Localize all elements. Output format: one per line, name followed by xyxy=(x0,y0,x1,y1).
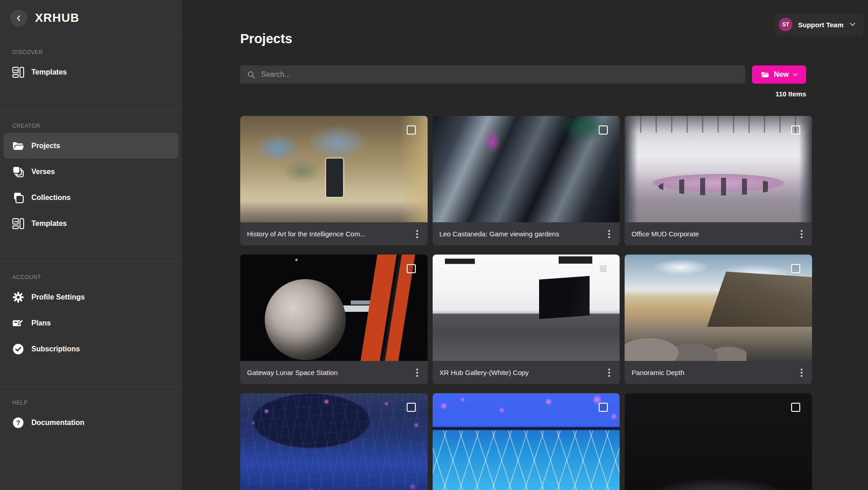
thumbnail-art xyxy=(433,393,620,490)
project-thumbnail[interactable] xyxy=(240,393,428,490)
card-menu-button[interactable] xyxy=(413,228,421,240)
project-card-footer: Office MUD Corporate xyxy=(625,222,812,245)
project-card-footer: XR Hub Gallery-(White) Copy xyxy=(433,361,620,384)
card-menu-button[interactable] xyxy=(605,228,613,240)
project-card-footer: Gateway Lunar Space Station xyxy=(240,361,428,384)
items-count: 110 Items xyxy=(182,90,806,98)
card-select-checkbox[interactable] xyxy=(599,264,608,273)
card-select-checkbox[interactable] xyxy=(791,264,800,273)
project-card xyxy=(240,393,428,490)
section-label: DISCOVER xyxy=(12,49,182,55)
project-card: XR Hub Gallery-(White) Copy xyxy=(433,255,620,384)
sidebar-item-documentation[interactable]: ? Documentation xyxy=(4,410,178,435)
card-select-checkbox[interactable] xyxy=(791,125,800,135)
check-circle-icon xyxy=(12,343,24,355)
sidebar-item-collections[interactable]: Collections xyxy=(4,185,178,210)
sidebar-item-label: Projects xyxy=(31,142,60,150)
brand-logo: XRHUB xyxy=(35,11,79,25)
question-circle-icon: ? xyxy=(12,417,24,429)
chevron-left-icon xyxy=(15,15,22,22)
project-thumbnail[interactable] xyxy=(433,393,620,490)
project-card: Gateway Lunar Space Station xyxy=(240,255,428,384)
project-thumbnail[interactable] xyxy=(240,255,428,361)
sidebar-item-templates-creator[interactable]: Templates xyxy=(4,210,178,236)
thumbnail-art xyxy=(707,271,812,327)
card-select-checkbox[interactable] xyxy=(599,125,608,135)
sidebar-item-subscriptions[interactable]: Subscriptions xyxy=(4,336,178,362)
card-select-checkbox[interactable] xyxy=(791,403,800,412)
thumbnail-art xyxy=(240,393,428,490)
project-card: Leo Castaneda: Game viewing gardens xyxy=(433,116,620,245)
sidebar-item-label: Plans xyxy=(31,319,51,327)
project-card xyxy=(433,393,620,490)
project-thumbnail[interactable] xyxy=(625,393,812,490)
search-bar xyxy=(240,65,745,84)
projects-grid: History of Art for the Intelligence Com.… xyxy=(240,116,812,490)
project-thumbnail[interactable] xyxy=(625,255,812,361)
project-card: Office MUD Corporate xyxy=(625,116,812,245)
card-menu-button[interactable] xyxy=(413,366,421,379)
folder-open-icon xyxy=(12,140,24,152)
thumbnail-art xyxy=(355,255,427,361)
layers-icon xyxy=(12,166,24,178)
collections-icon xyxy=(12,192,24,204)
project-thumbnail[interactable] xyxy=(240,116,428,222)
project-card-footer: Panoramic Depth xyxy=(625,361,812,384)
section-label: ACCOUNT xyxy=(12,274,182,280)
card-select-checkbox[interactable] xyxy=(599,403,608,412)
card-menu-button[interactable] xyxy=(605,366,613,379)
new-button[interactable]: New xyxy=(752,65,806,84)
card-select-checkbox[interactable] xyxy=(407,125,416,135)
search-icon xyxy=(247,71,255,79)
section-label: CREATOR xyxy=(12,123,182,129)
project-title: Office MUD Corporate xyxy=(631,230,699,238)
sidebar-section-creator: CREATOR Projects Verses Collections Temp… xyxy=(0,110,182,236)
main-content: ST Support Team Projects New 110 Items H… xyxy=(182,0,868,490)
avatar: ST xyxy=(779,18,792,31)
card-select-checkbox[interactable] xyxy=(407,264,416,273)
thumbnail-art xyxy=(265,279,346,360)
project-card-footer: History of Art for the Intelligence Com.… xyxy=(240,222,428,245)
sidebar-section-help: HELP ? Documentation xyxy=(0,387,182,435)
sidebar-item-profile-settings[interactable]: Profile Settings xyxy=(4,284,178,310)
section-label: HELP xyxy=(12,400,182,406)
sidebar-item-label: Templates xyxy=(31,220,67,228)
project-title: XR Hub Gallery-(White) Copy xyxy=(439,369,529,376)
sidebar-item-plans[interactable]: Plans xyxy=(4,310,178,336)
card-menu-button[interactable] xyxy=(797,366,806,379)
sidebar-item-label: Profile Settings xyxy=(31,293,85,301)
thumbnail-art xyxy=(625,320,747,361)
project-thumbnail[interactable] xyxy=(433,116,620,222)
project-card: Panoramic Depth xyxy=(625,255,812,384)
svg-text:?: ? xyxy=(16,419,20,426)
billing-card-icon xyxy=(12,317,24,329)
user-menu[interactable]: ST Support Team xyxy=(774,14,863,35)
sidebar-item-label: Verses xyxy=(31,168,55,176)
page-title: Projects xyxy=(240,32,868,45)
templates-icon xyxy=(12,66,24,78)
sidebar-item-label: Collections xyxy=(31,194,71,202)
project-thumbnail[interactable] xyxy=(433,255,620,361)
thumbnail-art xyxy=(326,159,343,197)
sidebar-item-label: Templates xyxy=(31,68,67,76)
toolbar: New xyxy=(240,65,806,84)
thumbnail-art xyxy=(658,178,778,196)
search-input[interactable] xyxy=(240,65,745,84)
chevron-down-icon xyxy=(793,73,797,76)
sidebar-item-verses[interactable]: Verses xyxy=(4,159,178,185)
project-title: Leo Castaneda: Game viewing gardens xyxy=(439,230,560,238)
sidebar-item-projects[interactable]: Projects xyxy=(4,133,178,159)
project-card-footer: Leo Castaneda: Game viewing gardens xyxy=(433,222,620,245)
sidebar-header: XRHUB xyxy=(0,0,182,36)
thumbnail-art xyxy=(539,276,590,319)
project-thumbnail[interactable] xyxy=(625,116,812,222)
sidebar-section-discover: DISCOVER Templates xyxy=(0,36,182,85)
card-select-checkbox[interactable] xyxy=(407,403,416,412)
back-button[interactable] xyxy=(10,10,27,27)
new-button-label: New xyxy=(774,70,789,79)
project-title: History of Art for the Intelligence Com.… xyxy=(247,230,366,238)
sidebar: XRHUB DISCOVER Templates CREATOR Project… xyxy=(0,0,182,490)
sidebar-item-templates[interactable]: Templates xyxy=(4,59,178,85)
user-name: Support Team xyxy=(798,21,843,29)
card-menu-button[interactable] xyxy=(797,228,806,240)
